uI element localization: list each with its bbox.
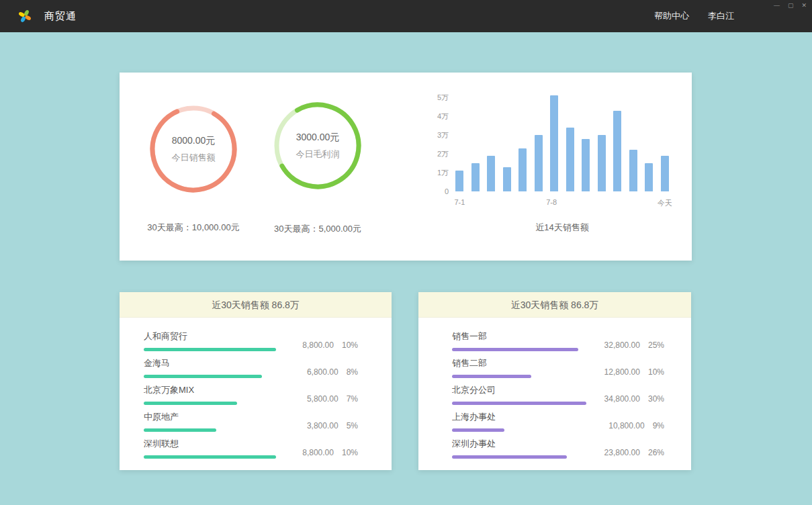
row-values: 32,800.0025% [589,340,664,351]
row-main: 中原地产 [144,411,283,432]
chart-x-axis: 7-1 7-8 今天 [455,198,669,208]
minimize-icon[interactable]: — [774,1,780,9]
y-tick: 1万 [437,168,449,178]
y-tick: 2万 [437,149,449,159]
close-icon[interactable]: ✕ [801,1,807,9]
chart-bar [455,171,463,191]
row-percent: 8% [347,367,358,377]
row-name: 上海办事处 [452,411,589,423]
row-values: 8,800.0010% [283,448,358,459]
chart-title: 近14天销售额 [455,222,669,234]
row-main: 深圳联想 [144,438,283,459]
sales-row: 中原地产3,800.005% [144,405,358,432]
row-values: 8,800.0010% [283,340,358,351]
sales-row: 销售二部12,800.0010% [452,351,664,378]
today-sales-label: 今日销售额 [172,152,216,164]
row-main: 人和商贸行 [144,330,283,351]
row-name: 销售二部 [452,357,589,369]
sales-row: 北京分公司34,800.0030% [452,378,664,405]
chart-bar [645,163,653,191]
row-amount: 8,800.00 [302,340,334,350]
row-progress-bar [144,428,216,432]
chart-plot-area [455,97,669,191]
sales-row: 深圳联想8,800.0010% [144,432,358,459]
row-main: 深圳办事处 [452,438,589,459]
y-tick: 0 [445,187,449,195]
row-main: 销售一部 [452,330,589,351]
row-main: 上海办事处 [452,411,589,432]
departments-panel-title: 近30天销售额 86.8万 [418,292,691,318]
today-profit-label: 今日毛利润 [296,148,340,160]
chart-bar [471,163,480,191]
row-name: 深圳办事处 [452,438,589,450]
row-main: 北京万象MIX [144,384,283,405]
row-values: 23,800.0026% [589,448,664,459]
username-link[interactable]: 李白江 [708,10,734,22]
row-name: 人和商贸行 [144,330,283,342]
row-percent: 9% [653,421,664,430]
chart-bar [598,135,606,191]
row-amount: 34,800.00 [604,394,640,404]
maximize-icon[interactable]: ▢ [788,1,794,9]
row-amount: 10,800.00 [608,421,644,430]
profit-30day-max: 30天最高：5,000.00元 [251,223,385,235]
sales-row: 金海马6,800.008% [144,351,358,378]
y-tick: 5万 [437,93,449,103]
titlebar-right-group: 帮助中心 李白江 [654,0,734,32]
row-progress-bar [144,455,276,459]
y-tick: 4万 [437,111,449,122]
y-tick: 3万 [437,130,449,140]
chart-y-axis: 5万 4万 3万 2万 1万 0 [430,97,455,191]
today-profit-ring: 3000.00元 今日毛利润 [271,99,365,193]
sales-ring-text: 8000.00元 今日销售额 [146,102,240,196]
chart-bar [550,95,558,191]
profit-ring-text: 3000.00元 今日毛利润 [271,99,365,193]
x-tick: 7-1 [454,198,465,206]
row-values: 6,800.008% [283,367,358,378]
row-amount: 6,800.00 [307,367,339,377]
row-progress-bar [144,375,262,378]
departments-panel-body: 销售一部32,800.0025%销售二部12,800.0010%北京分公司34,… [418,318,691,459]
row-values: 5,800.007% [283,394,358,405]
chart-bar [566,128,574,191]
row-name: 北京万象MIX [144,384,283,396]
help-center-link[interactable]: 帮助中心 [654,10,689,22]
sales-row: 北京万象MIX5,800.007% [144,378,358,405]
chart-bar [629,150,637,191]
sales-row: 上海办事处10,800.009% [452,405,664,432]
customers-panel-title: 近30天销售额 86.8万 [120,292,392,318]
row-name: 深圳联想 [144,438,283,450]
today-profit-value: 3000.00元 [296,132,340,144]
row-name: 北京分公司 [452,384,589,396]
row-percent: 30% [648,394,664,404]
row-amount: 32,800.00 [604,340,640,350]
row-progress-bar [452,455,567,459]
row-values: 10,800.009% [589,421,664,432]
row-name: 金海马 [144,357,283,369]
row-amount: 12,800.00 [604,367,640,377]
departments-sales-panel: 近30天销售额 86.8万 销售一部32,800.0025%销售二部12,800… [418,292,691,470]
sales-row: 深圳办事处23,800.0026% [452,432,664,459]
window-controls: — ▢ ✕ [774,1,807,9]
x-tick: 7-8 [546,198,557,206]
sales-row: 人和商贸行8,800.0010% [144,324,358,351]
app-logo-icon [17,9,32,24]
chart-bar [661,156,669,191]
row-name: 中原地产 [144,411,283,423]
row-amount: 23,800.00 [604,448,640,457]
row-progress-bar [452,348,578,351]
row-percent: 7% [347,394,358,404]
row-percent: 26% [648,448,664,457]
row-values: 3,800.005% [283,421,358,432]
row-progress-bar [452,375,531,378]
overview-card: 8000.00元 今日销售额 30天最高：10,000.00元 3000.00元… [120,73,692,261]
chart-bar [503,167,511,191]
row-main: 金海马 [144,357,283,378]
chart-bar [518,148,527,191]
x-tick: 今天 [658,198,672,208]
chart-bar [487,156,495,191]
chart-bar [582,139,590,191]
customers-panel-body: 人和商贸行8,800.0010%金海马6,800.008%北京万象MIX5,80… [120,318,392,459]
row-progress-bar [144,402,237,405]
sales-30day-max: 30天最高：10,000.00元 [126,222,261,234]
